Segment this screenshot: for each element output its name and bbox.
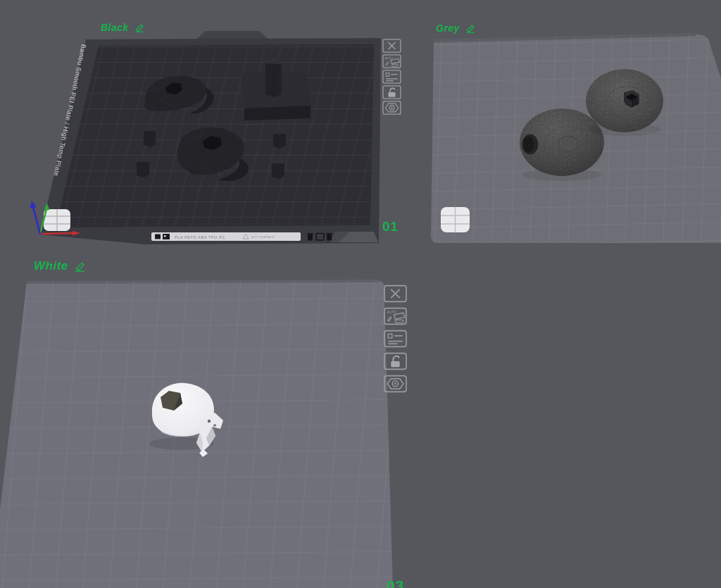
plate-name-grey[interactable]: Grey <box>436 23 477 34</box>
model-hex-peg[interactable] <box>273 127 286 149</box>
edit-pencil-icon[interactable] <box>465 23 477 33</box>
plate-corner-marker <box>441 207 470 232</box>
plate-name-label[interactable]: Grey <box>436 23 460 34</box>
plate-corner-marker <box>44 209 70 231</box>
plate-name-label[interactable]: White <box>34 259 68 273</box>
plate-number-03: 03 <box>387 577 404 588</box>
plate-name-black[interactable]: Black <box>101 22 146 33</box>
plate-toolbar-black: AUTO <box>382 39 402 116</box>
plate-name-label[interactable]: Black <box>101 22 129 33</box>
model-hex-peg[interactable] <box>137 156 149 177</box>
plate-handle <box>196 31 269 39</box>
model-dome-right[interactable] <box>586 69 663 136</box>
plate-config-icon[interactable] <box>384 375 407 393</box>
edit-pencil-icon[interactable] <box>134 23 146 32</box>
auto-orient-plate-icon[interactable]: AUTO <box>382 54 402 68</box>
auto-label: AUTO <box>385 56 394 60</box>
auto-label: AUTO <box>387 310 396 314</box>
delete-plate-icon[interactable] <box>384 284 407 303</box>
edit-pencil-icon[interactable] <box>73 261 87 272</box>
plate-grid <box>0 281 393 588</box>
plate-grey[interactable] <box>422 27 721 254</box>
lock-plate-icon[interactable] <box>382 85 402 99</box>
delete-plate-icon[interactable] <box>382 39 402 53</box>
plate-settings-list-icon[interactable] <box>382 70 402 84</box>
auto-orient-plate-icon[interactable]: AUTO <box>384 307 407 325</box>
plate-settings-list-icon[interactable] <box>384 330 407 348</box>
strip-warning-text: HOT SURFACE <box>251 235 275 239</box>
multi-plate-view: PLA PETG ABS TPU PC HOT SURFACE Bambu Sm… <box>0 0 721 588</box>
plate-toolbar-white: AUTO <box>384 284 407 397</box>
plate-front-strip: PLA PETG ABS TPU PC HOT SURFACE <box>151 232 378 242</box>
model-hex-peg[interactable] <box>144 125 156 147</box>
model-hex-peg[interactable] <box>272 157 284 179</box>
plate-name-white[interactable]: White <box>34 259 87 273</box>
plate-white[interactable] <box>0 276 422 588</box>
plate-number-01: 01 <box>382 219 399 234</box>
lock-plate-icon[interactable] <box>384 352 407 370</box>
strip-materials-text: PLA PETG ABS TPU PC <box>175 235 225 239</box>
plate-config-icon[interactable] <box>382 101 402 115</box>
